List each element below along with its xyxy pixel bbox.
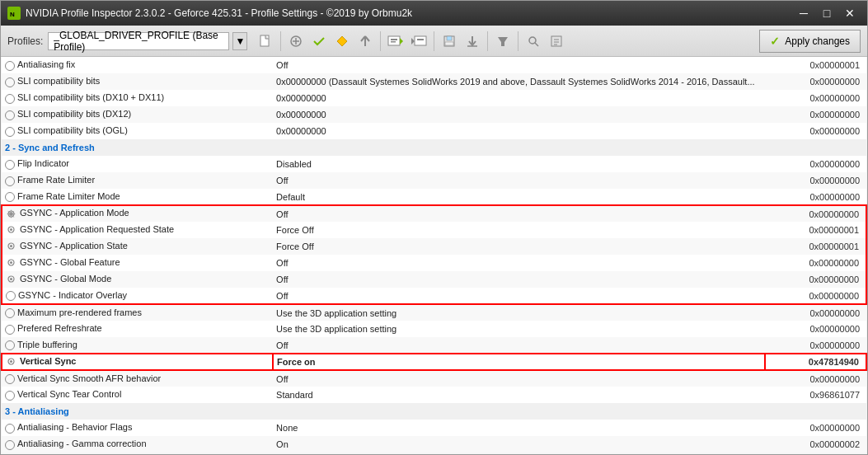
row-value: Standard xyxy=(273,387,764,403)
row-value: Off xyxy=(273,205,764,222)
row-name: GSYNC - Indicator Overlay xyxy=(2,288,273,304)
sep-1 xyxy=(280,31,281,51)
row-name: Antialiasing fix xyxy=(2,57,273,73)
table-container: Antialiasing fix Off 0x00000001 SLI comp… xyxy=(1,57,867,454)
svg-marker-14 xyxy=(411,38,415,45)
table-row-gsync-req: GSYNC - Application Requested State Forc… xyxy=(2,222,866,238)
row-hex: 0x00000000 xyxy=(765,205,866,222)
table-row-gsync-app-mode: GSYNC - Application Mode Off 0x00000000 xyxy=(2,205,866,222)
row-value: Force Off xyxy=(273,238,764,255)
maximize-button[interactable]: □ xyxy=(816,4,838,22)
section-label: 2 - Sync and Refresh xyxy=(2,139,866,156)
row-name: GSYNC - Application State xyxy=(2,238,273,255)
radio-icon xyxy=(5,440,15,450)
gear-icon xyxy=(6,274,17,285)
row-hex: 0x00000000 xyxy=(765,172,866,189)
svg-point-37 xyxy=(10,261,12,264)
table-row: Antialiasing - Gamma correction On 0x000… xyxy=(2,436,866,453)
row-hex: 0x00000000 xyxy=(765,189,866,205)
svg-rect-19 xyxy=(445,42,453,45)
toolbar-btn-5[interactable] xyxy=(354,30,376,52)
gear-icon xyxy=(6,224,17,236)
toolbar-btn-3[interactable] xyxy=(308,30,330,52)
row-value: None xyxy=(273,420,764,436)
row-value: Use the 3D application setting xyxy=(273,321,764,337)
row-hex: 0x00000000 xyxy=(765,321,866,337)
table-row: SLI compatibility bits (DX12) 0x00000000… xyxy=(2,106,866,123)
row-name: Antialiasing - Gamma correction xyxy=(2,436,273,453)
svg-rect-18 xyxy=(447,36,452,40)
apply-changes-button[interactable]: ✓ Apply changes xyxy=(759,30,861,53)
profiles-label: Profiles: xyxy=(7,35,43,47)
minimize-button[interactable]: ─ xyxy=(793,4,814,22)
main-window: N NVIDIA Profile Inspector 2.3.0.2 - Gef… xyxy=(0,0,868,455)
apply-check-icon: ✓ xyxy=(770,35,780,48)
toolbar-btn-save[interactable] xyxy=(439,30,460,52)
profile-dropdown-arrow[interactable]: ▼ xyxy=(232,32,247,50)
toolbar-btn-search[interactable] xyxy=(523,30,544,52)
toolbar-btn-info[interactable] xyxy=(546,30,567,52)
row-hex: 0x47814940 xyxy=(765,354,866,370)
gear-icon xyxy=(6,356,17,368)
svg-rect-10 xyxy=(388,36,400,45)
row-name: SLI compatibility bits (DX10 + DX11) xyxy=(2,90,273,106)
toolbar: Profiles: _GLOBAL_DRIVER_PROFILE (Base P… xyxy=(1,26,867,57)
row-value: 0x00000000 xyxy=(273,90,764,106)
row-value: 0x00000000 xyxy=(273,106,764,123)
app-icon: N xyxy=(7,7,21,20)
svg-marker-6 xyxy=(337,36,347,46)
toolbar-btn-4[interactable] xyxy=(331,30,353,52)
row-hex: 0x00000000 xyxy=(765,304,866,321)
toolbar-btn-2[interactable] xyxy=(285,30,307,52)
row-value: Disabled xyxy=(273,156,764,172)
sep-5 xyxy=(518,31,518,51)
row-hex: 0x00000000 xyxy=(765,271,866,288)
toolbar-btn-filter[interactable] xyxy=(492,30,514,52)
row-value: On xyxy=(273,436,764,453)
table-row: Antialiasing - Behavior Flags None 0x000… xyxy=(2,420,866,436)
toolbar-btn-6[interactable] xyxy=(385,30,406,52)
radio-icon xyxy=(5,340,15,350)
row-value: Off xyxy=(273,370,764,387)
radio-icon xyxy=(5,110,15,120)
row-value: Force on xyxy=(273,354,764,370)
row-value: Off xyxy=(273,255,764,271)
svg-rect-2 xyxy=(260,35,269,46)
row-name: Maximum pre-rendered frames xyxy=(2,304,273,321)
toolbar-btn-1[interactable] xyxy=(255,30,276,52)
radio-icon xyxy=(6,291,16,301)
row-name: Prefered Refreshrate xyxy=(2,321,273,337)
row-hex: 0x00000000 xyxy=(765,337,866,354)
svg-point-41 xyxy=(10,360,12,363)
row-hex: 0x00000001 xyxy=(765,238,866,255)
table-row: Antialiasing fix Off 0x00000001 xyxy=(2,57,866,73)
gear-icon xyxy=(6,257,17,269)
table-row: Triple buffering Off 0x00000000 xyxy=(2,337,866,354)
table-row: SLI compatibility bits (OGL) 0x00000000 … xyxy=(2,123,866,139)
profile-dropdown[interactable]: _GLOBAL_DRIVER_PROFILE (Base Profile) xyxy=(48,32,229,50)
table-row: Maximum pre-rendered frames Use the 3D a… xyxy=(2,304,866,321)
toolbar-btn-down[interactable] xyxy=(462,30,483,52)
row-value: Off xyxy=(273,172,764,189)
row-hex: 0x00000000 xyxy=(765,370,866,387)
svg-text:N: N xyxy=(10,11,15,18)
row-value: 0x00000000 (Dassault Systemes SolidWorks… xyxy=(273,73,764,90)
toolbar-btn-7[interactable] xyxy=(408,30,429,52)
svg-rect-16 xyxy=(417,39,424,40)
radio-icon xyxy=(5,308,15,318)
row-hex: 0x00000000 xyxy=(765,156,866,172)
row-hex: 0x00000000 xyxy=(765,73,866,90)
radio-icon xyxy=(5,160,15,170)
row-name: Flip Indicator xyxy=(2,156,273,172)
row-hex: 0x00000000 xyxy=(765,90,866,106)
gear-icon xyxy=(6,241,17,252)
row-value: Off xyxy=(273,288,764,304)
svg-point-23 xyxy=(529,37,536,44)
table-row: Vertical Sync Smooth AFR behavior Off 0x… xyxy=(2,370,866,387)
svg-point-31 xyxy=(10,213,12,215)
row-hex: 0x00000001 xyxy=(765,57,866,73)
window-controls: ─ □ ✕ xyxy=(793,4,861,22)
close-button[interactable]: ✕ xyxy=(839,4,861,22)
table-scroll[interactable]: Antialiasing fix Off 0x00000001 SLI comp… xyxy=(1,57,867,454)
radio-icon xyxy=(5,192,15,202)
